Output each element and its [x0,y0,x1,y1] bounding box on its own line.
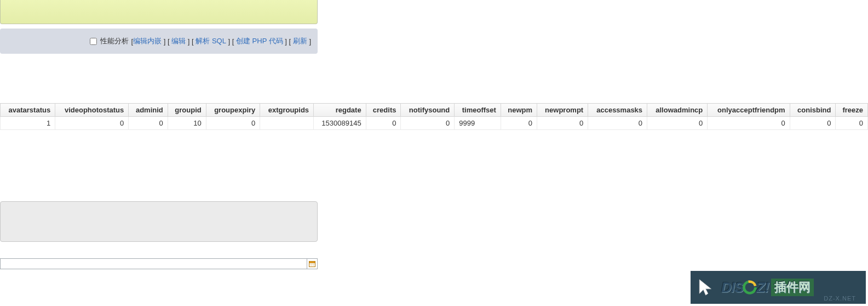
date-input-row [0,258,318,269]
col-groupexpiry[interactable]: groupexpiry [206,104,260,117]
col-accessmasks[interactable]: accessmasks [588,104,647,117]
col-videophotostatus[interactable]: videophotostatus [55,104,129,117]
cell-notifysound[interactable]: 0 [401,117,455,130]
sql-query-box [0,0,318,24]
cell-allowadmincp[interactable]: 0 [647,117,708,130]
cursor-icon [697,278,716,297]
col-timeoffset[interactable]: timeoffset [455,104,501,117]
cell-credits[interactable]: 0 [366,117,401,130]
col-avatarstatus[interactable]: avatarstatus [1,104,55,117]
col-onlyacceptfriendpm[interactable]: onlyacceptfriendpm [708,104,790,117]
cell-extgroupids[interactable] [260,117,314,130]
cell-newprompt[interactable]: 0 [537,117,588,130]
result-table-wrap: avatarstatusvideophotostatusadminidgroup… [0,103,868,130]
col-credits[interactable]: credits [366,104,401,117]
cell-groupexpiry[interactable]: 0 [206,117,260,130]
watermark-subtext: DZ-X.NET [824,295,856,302]
col-conisbind[interactable]: conisbind [790,104,836,117]
explain-sql-link[interactable]: 解析 SQL [196,36,226,46]
col-extgroupids[interactable]: extgroupids [260,104,314,117]
col-regdate[interactable]: regdate [314,104,366,117]
profiling-label: 性能分析 [100,36,129,46]
col-groupid[interactable]: groupid [168,104,206,117]
profiling-checkbox[interactable] [90,38,97,45]
cell-newpm[interactable]: 0 [501,117,537,130]
watermark-logo-text: DIS Z! 插件网 [721,279,814,296]
cell-regdate[interactable]: 1530089145 [314,117,366,130]
cell-groupid[interactable]: 10 [168,117,206,130]
table-row: 10010015300891450099990000000 [1,117,868,130]
col-newprompt[interactable]: newprompt [537,104,588,117]
query-textarea-panel[interactable] [0,201,318,242]
col-allowadmincp[interactable]: allowadmincp [647,104,708,117]
cell-freeze[interactable]: 0 [836,117,868,130]
edit-inline-link[interactable]: 编辑内嵌 [133,36,162,46]
result-table: avatarstatusvideophotostatusadminidgroup… [0,103,868,130]
calendar-icon[interactable] [307,258,318,269]
cell-videophotostatus[interactable]: 0 [55,117,129,130]
date-input[interactable] [0,258,307,269]
col-newpm[interactable]: newpm [501,104,537,117]
table-header-row: avatarstatusvideophotostatusadminidgroup… [1,104,868,117]
col-adminid[interactable]: adminid [129,104,168,117]
col-notifysound[interactable]: notifysound [401,104,455,117]
cell-accessmasks[interactable]: 0 [588,117,647,130]
create-php-link[interactable]: 创建 PHP 代码 [236,36,283,46]
query-options-bar: 性能分析 [编辑内嵌 ] [ 编辑 ] [ 解析 SQL ] [ 创建 PHP … [0,29,318,54]
svg-rect-1 [309,262,315,263]
refresh-link[interactable]: 刷新 [293,36,307,46]
cell-timeoffset[interactable]: 9999 [455,117,501,130]
col-freeze[interactable]: freeze [836,104,868,117]
watermark-badge: DIS Z! 插件网 DZ-X.NET [691,271,866,304]
cell-onlyacceptfriendpm[interactable]: 0 [708,117,790,130]
cell-avatarstatus[interactable]: 1 [1,117,55,130]
edit-link[interactable]: 编辑 [171,36,186,46]
cell-conisbind[interactable]: 0 [790,117,836,130]
cell-adminid[interactable]: 0 [129,117,168,130]
